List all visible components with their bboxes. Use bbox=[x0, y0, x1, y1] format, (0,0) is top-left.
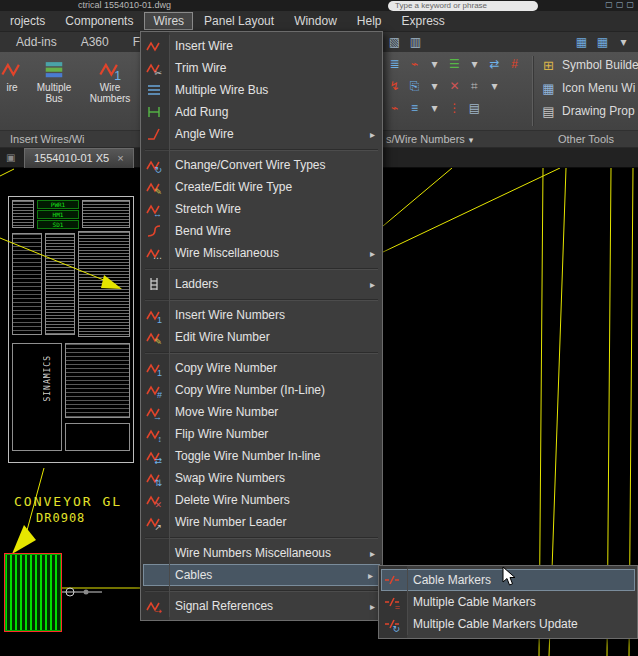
menu-item-bend-wire[interactable]: Bend Wire bbox=[141, 220, 382, 242]
menubar-item-express[interactable]: Express bbox=[393, 12, 454, 30]
big-button-label: Wire Numbers bbox=[84, 82, 136, 104]
menu-item-copy-wire-number[interactable]: 1Copy Wire Number bbox=[141, 357, 382, 379]
menu-item-cables[interactable]: Cables bbox=[143, 564, 380, 586]
panel-component bbox=[45, 233, 75, 335]
menu-item-multiple-cable-markers[interactable]: =Multiple Cable Markers bbox=[379, 591, 637, 613]
trim-wire-icon: ✂ bbox=[146, 60, 162, 76]
ladder-icon[interactable]: ☰ bbox=[446, 56, 463, 73]
multiple-cable-markers-update-icon: ↻ bbox=[384, 616, 400, 632]
panel-component bbox=[12, 343, 62, 451]
svg-text:↻: ↻ bbox=[154, 165, 162, 173]
menu-item-wire-numbers-miscellaneous[interactable]: Wire Numbers Miscellaneous bbox=[141, 542, 382, 564]
drawing-caption: DR0908 bbox=[36, 511, 85, 525]
svg-text:↻: ↻ bbox=[392, 624, 400, 632]
search-input[interactable]: Type a keyword or phrase bbox=[388, 1, 538, 11]
big-button-multiple-bus[interactable]: Multiple Bus bbox=[28, 55, 80, 127]
ribbon-icon-row: ⌁≡▾⋮▤ bbox=[386, 100, 523, 117]
menu-item-ladders[interactable]: Ladders bbox=[141, 273, 382, 295]
menu-item-create-edit-wire-type[interactable]: ✎Create/Edit Wire Type bbox=[141, 176, 382, 198]
tool-button-symbol-builder[interactable]: ⊞Symbol Builder bbox=[540, 56, 638, 74]
menu-item-angle-wire[interactable]: Angle Wire bbox=[141, 123, 382, 145]
dropdown-arrow-icon[interactable]: ▾ bbox=[426, 56, 443, 73]
menu-item-delete-wire-numbers[interactable]: ✕Delete Wire Numbers bbox=[141, 489, 382, 511]
tool-button-icon-menu-wi[interactable]: ▦Icon Menu Wi bbox=[540, 79, 638, 97]
wire-number-icon[interactable]: # bbox=[506, 56, 523, 73]
wire-arrow-icon[interactable]: ↯ bbox=[386, 78, 403, 95]
close-icon[interactable]: × bbox=[117, 152, 123, 164]
panel-icon[interactable]: ▧ bbox=[386, 34, 403, 51]
markers-icon[interactable]: ⋮ bbox=[446, 100, 463, 117]
no-icon bbox=[146, 567, 162, 583]
menu-item-multiple-wire-bus[interactable]: Multiple Wire Bus bbox=[141, 79, 382, 101]
menu-item-add-rung[interactable]: Add Rung bbox=[141, 101, 382, 123]
menu-item-label: Wire Number Leader bbox=[175, 515, 286, 529]
menubar-item-help[interactable]: Help bbox=[348, 12, 391, 30]
svg-text:⇅: ⇅ bbox=[154, 478, 162, 486]
menu-item-label: Cable Markers bbox=[413, 573, 491, 587]
menu-item-signal-references[interactable]: ⇢Signal References bbox=[141, 595, 382, 617]
menubar-item-wires[interactable]: Wires bbox=[144, 12, 193, 30]
document-tab[interactable]: 1554010-01 X5× bbox=[24, 148, 134, 168]
menu-item-stretch-wire[interactable]: ↔Stretch Wire bbox=[141, 198, 382, 220]
tool-button-drawing-prop[interactable]: ▤Drawing Prop bbox=[540, 102, 638, 120]
menu-item-insert-wire[interactable]: Insert Wire bbox=[141, 35, 382, 57]
ribbon-group-separator bbox=[532, 56, 533, 126]
copy-icon[interactable]: ⎘ bbox=[406, 78, 423, 95]
restore-icon[interactable]: ▢ bbox=[616, 0, 624, 9]
menubar-item-components[interactable]: Components bbox=[56, 12, 142, 30]
menu-item-change-convert-wire-types[interactable]: ↻Change/Convert Wire Types bbox=[141, 154, 382, 176]
menu-item-move-wire-number[interactable]: →Move Wire Number bbox=[141, 401, 382, 423]
svg-text:#: # bbox=[157, 390, 162, 398]
view-grid-icon[interactable]: ▦ bbox=[573, 34, 590, 51]
flip-wire-number-icon: ↕ bbox=[146, 426, 162, 442]
menu-item-toggle-wire-number-in-line[interactable]: ⇄Toggle Wire Number In-line bbox=[141, 445, 382, 467]
menu-item-copy-wire-number-in-line[interactable]: #Copy Wire Number (In-Line) bbox=[141, 379, 382, 401]
bus-lines-icon[interactable]: ≡ bbox=[406, 100, 423, 117]
menu-item-multiple-cable-markers-update[interactable]: ↻Multiple Cable Markers Update bbox=[379, 613, 637, 635]
ribbon-icon-row: ≣⌁▾☰▾⇄# bbox=[386, 56, 523, 73]
move-wire-number-icon: → bbox=[146, 404, 162, 420]
menu-item-label: Insert Wire bbox=[175, 39, 233, 53]
cable-icon[interactable]: ⌁ bbox=[386, 100, 403, 117]
menu-item-label: Toggle Wire Number In-line bbox=[175, 449, 320, 463]
panel-component bbox=[65, 343, 130, 418]
big-button-wire-numbers[interactable]: 1 Wire Numbers bbox=[84, 55, 136, 127]
menu-item-trim-wire[interactable]: ✂Trim Wire bbox=[141, 57, 382, 79]
menu-item-label: Copy Wire Number bbox=[175, 361, 277, 375]
view-grid-icon[interactable]: ▦ bbox=[594, 34, 611, 51]
dropdown-arrow-icon[interactable]: ▾ bbox=[615, 34, 632, 51]
grid-icon[interactable]: ⌗ bbox=[466, 78, 483, 95]
menu-item-label: Insert Wire Numbers bbox=[175, 308, 285, 322]
menu-item-edit-wire-number[interactable]: ✎Edit Wire Number bbox=[141, 326, 382, 348]
sheet-icon[interactable]: ▤ bbox=[466, 100, 483, 117]
menu-item-label: Create/Edit Wire Type bbox=[175, 180, 292, 194]
dropdown-arrow-icon[interactable]: ▾ bbox=[426, 78, 443, 95]
ribbon-tab-add-ins[interactable]: Add-ins bbox=[4, 33, 69, 51]
mouse-cursor bbox=[502, 566, 518, 588]
menu-item-swap-wire-numbers[interactable]: ⇅Swap Wire Numbers bbox=[141, 467, 382, 489]
menu-item-insert-wire-numbers[interactable]: 1Insert Wire Numbers bbox=[141, 304, 382, 326]
wire-icon[interactable]: ⌁ bbox=[406, 56, 423, 73]
tool-button-label: Symbol Builder bbox=[562, 58, 638, 72]
menu-item-flip-wire-number[interactable]: ↕Flip Wire Number bbox=[141, 423, 382, 445]
minimize-icon[interactable]: ▢ bbox=[605, 0, 613, 9]
multiple-bus-icon[interactable]: ≣ bbox=[386, 56, 403, 73]
svg-text:→: → bbox=[153, 412, 162, 420]
close-icon[interactable]: ▢ bbox=[626, 0, 634, 9]
group-label-wire-numbers[interactable]: s/Wire Numbers bbox=[386, 133, 473, 145]
multiple-cable-markers-icon: = bbox=[384, 594, 400, 610]
other-tools-group: ⊞Symbol Builder▦Icon Menu Wi▤Drawing Pro… bbox=[540, 56, 638, 120]
dropdown-arrow-icon[interactable]: ▾ bbox=[486, 78, 503, 95]
dropdown-arrow-icon[interactable]: ▾ bbox=[426, 100, 443, 117]
menu-item-wire-miscellaneous[interactable]: ⋯Wire Miscellaneous bbox=[141, 242, 382, 264]
menu-item-wire-number-leader[interactable]: ↗Wire Number Leader bbox=[141, 511, 382, 533]
menubar-item-rojects[interactable]: rojects bbox=[1, 12, 54, 30]
delete-icon[interactable]: ✕ bbox=[446, 78, 463, 95]
dropdown-arrow-icon[interactable]: ▾ bbox=[466, 56, 483, 73]
tab-scroll-icon[interactable]: ▣ bbox=[6, 152, 15, 163]
clipboard-icon[interactable]: ▥ bbox=[407, 34, 424, 51]
menubar-item-panel-layout[interactable]: Panel Layout bbox=[195, 12, 283, 30]
menubar-item-window[interactable]: Window bbox=[285, 12, 346, 30]
swap-arrows-icon[interactable]: ⇄ bbox=[486, 56, 503, 73]
ribbon-tab-a360[interactable]: A360 bbox=[69, 33, 121, 51]
